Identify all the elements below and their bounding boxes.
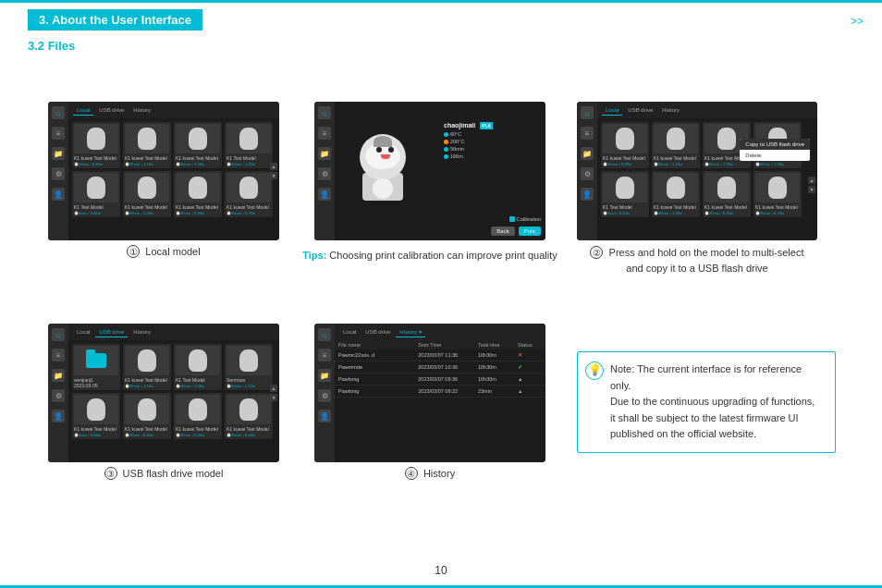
- card-sub: ⌚56min ↕ 1.10m: [125, 384, 169, 388]
- col-totaltime: Total time: [478, 342, 518, 348]
- cell-totaltime: 10h30m: [478, 376, 518, 382]
- file-card[interactable]: K1 kuwei Test Model ⌚56min ↕ 1.20m: [174, 122, 222, 168]
- card-sub: ⌚32min ↕ 0.44m: [125, 433, 169, 437]
- card-sub: ⌚60min ↕ 1.20m: [755, 162, 800, 166]
- card-title: K1 kuwei Test Model: [227, 426, 271, 432]
- file-card[interactable]: K1 kuwei Test Model ⌚25min ↕ 0.44m: [225, 393, 273, 439]
- file-card[interactable]: K1 kuwei Test Model ⌚20min ↕ 0.70m: [225, 171, 273, 217]
- file-card[interactable]: K1 Test Model ⌚60min ↕ 1.20m: [225, 122, 273, 168]
- history-row[interactable]: Pawmc22oos..d 2023/03/07 11:36 10h30m ✕: [335, 349, 545, 361]
- calibration-label: Calibration: [517, 216, 541, 222]
- screenshot-print-preview: ⌂ ≡ 📁 ⚙ 👤: [314, 102, 545, 240]
- history-row[interactable]: Pawlsmg 2023/03/07 09:36 10h30m ▲: [335, 374, 545, 386]
- card-title: Sermoon: [227, 377, 271, 383]
- card-sub: ⌚60min ↕ 1.20m: [227, 162, 271, 166]
- file-card[interactable]: K1 Test Model ⌚5min ↕ 0.40m: [72, 171, 120, 217]
- model-display: [319, 118, 447, 224]
- history-row[interactable]: Pawlsmg 2023/03/07 08:22 23min ▲: [335, 386, 545, 398]
- file-card[interactable]: K1 kuwei Test Model ⌚56min ↕ 1.10m: [652, 122, 700, 168]
- file-card[interactable]: K1 kuwei Test Model ⌚20min ↕ 0.44m: [174, 393, 222, 439]
- checkbox[interactable]: [509, 216, 515, 222]
- section-header: 3. About the User Interface: [28, 9, 202, 31]
- file-icon-4: 📁: [52, 369, 65, 382]
- person-icon-5: 👤: [318, 410, 331, 423]
- tab-local-4[interactable]: Local: [73, 327, 93, 337]
- file-card[interactable]: K1 kuwei Test Model ⌚20min ↕ 1.00m: [123, 171, 171, 217]
- label-usb-model: ③ USB flash drive model: [48, 467, 279, 480]
- plk-badge: PLK: [480, 122, 493, 129]
- card-title: K1 Test Model: [74, 204, 118, 210]
- context-menu[interactable]: Copy to USB flash drive Delete: [740, 139, 810, 161]
- tips-label: Tips:: [302, 250, 329, 261]
- cell-totaltime: 10h30m: [478, 352, 518, 358]
- card-thumbnail: [125, 173, 169, 202]
- col-starttime: Start Time: [418, 342, 478, 348]
- tab-usb-5[interactable]: USB drive: [361, 327, 394, 337]
- tab-local-3[interactable]: Local: [602, 105, 622, 116]
- file-card[interactable]: K1 kuwei Test Model ⌚20min ↕ 0.80m: [703, 171, 751, 217]
- card-sub: ⌚25min ↕ 0.44m: [227, 433, 271, 437]
- label-text-2: Press and hold on the model to multi-sel…: [609, 247, 804, 274]
- file-card[interactable]: K1 kuwei Test Model ⌚50min ↕ 0.80m: [72, 122, 120, 168]
- file-card[interactable]: Sermoon ⌚60min ↕ 1.10m: [225, 344, 273, 390]
- cell-filename: Pawlsmg: [338, 388, 418, 394]
- tab-local-1[interactable]: Local: [73, 105, 93, 116]
- file-card[interactable]: K1 kuwei Test Model ⌚56min ↕ 1.10m: [123, 122, 171, 168]
- scroll-up-3[interactable]: ▲: [808, 177, 815, 184]
- tab-history-4[interactable]: History: [129, 327, 154, 337]
- card-thumbnail: [603, 124, 647, 153]
- file-card[interactable]: K1 kuwei Test Model ⌚32min ↕ 0.44m: [123, 393, 171, 439]
- card-title: K1 kuwei Test Model: [125, 426, 169, 432]
- card-sub: ⌚5min ↕ 0.40m: [74, 211, 118, 215]
- file-card[interactable]: K1 Test Model ⌚60min ↕ 1.00m: [174, 344, 222, 390]
- card-thumbnail: [74, 124, 118, 153]
- tab-usb-1[interactable]: USB drive: [95, 105, 128, 115]
- scroll-up-4[interactable]: ▲: [270, 385, 277, 392]
- card-sub: ⌚20min ↕ 0.70m: [227, 211, 271, 215]
- tabs-1: Local USB drive History: [68, 102, 279, 118]
- scroll-down-3[interactable]: ▼: [808, 186, 815, 193]
- history-row[interactable]: Pawmmde 2023/03/07 10:36 10h30m ✓: [335, 361, 545, 374]
- card-title: K1 kuwei Test Model: [654, 204, 698, 210]
- file-card[interactable]: K1 kuwei Test Model ⌚20min ↕ 0.70m: [753, 171, 802, 217]
- tab-history-5[interactable]: History ▾: [396, 326, 424, 337]
- scroll-arrows-3[interactable]: ▲ ▼: [808, 177, 815, 193]
- tab-usb-4[interactable]: USB drive: [95, 327, 128, 337]
- tab-local-5[interactable]: Local: [339, 327, 360, 337]
- card-thumbnail: [176, 173, 220, 202]
- screenshot-local-model: ⌂ ≡ 📁 ⚙ 👤 Local USB drive History K1 kuw…: [48, 102, 279, 240]
- scroll-arrows-1[interactable]: ▲ ▼: [270, 163, 277, 179]
- tools-icon-5: ⚙: [318, 389, 331, 402]
- card-title: K1 kuwei Test Model: [125, 204, 169, 210]
- file-card[interactable]: K1 kuwei Test Model ⌚50min ↕ 0.80m: [601, 122, 649, 168]
- card-title: K1 kuwei Test Model: [125, 377, 169, 383]
- print-button[interactable]: Print: [519, 227, 541, 236]
- scroll-down-4[interactable]: ▼: [270, 394, 277, 401]
- card-title: K1 kuwei Test Model: [704, 204, 749, 210]
- tab-history-1[interactable]: History: [129, 105, 154, 115]
- label-number-3: ③: [104, 467, 117, 480]
- file-card[interactable]: K1 kuwei Test Model ⌚5min ↕ 0.44m: [72, 393, 120, 439]
- back-button[interactable]: Back: [491, 227, 514, 236]
- tab-usb-3[interactable]: USB drive: [624, 105, 656, 115]
- context-copy[interactable]: Copy to USB flash drive: [740, 139, 810, 150]
- scroll-up[interactable]: ▲: [270, 163, 277, 170]
- card-thumbnail: [704, 173, 749, 202]
- file-card[interactable]: K1 kuwei Test Model ⌚20min ↕ 1.00m: [652, 171, 700, 217]
- note-text: Note: The current interface is for refer…: [610, 363, 815, 439]
- card-sub: ⌚20min ↕ 0.80m: [704, 211, 749, 215]
- calibration-check[interactable]: Calibration: [509, 216, 541, 222]
- file-card[interactable]: K1 kuwei Test Model ⌚56min ↕ 1.10m: [123, 344, 171, 390]
- scroll-arrows-4[interactable]: ▲ ▼: [270, 385, 277, 401]
- tabs-5: Local USB drive History ▾: [335, 324, 545, 340]
- scroll-down[interactable]: ▼: [270, 172, 277, 179]
- context-delete[interactable]: Delete: [740, 150, 810, 161]
- tab-history-3[interactable]: History: [658, 105, 683, 115]
- label-number-4: ④: [405, 467, 418, 480]
- folder-card[interactable]: wenjianj12023-03-05: [72, 344, 120, 390]
- card-thumbnail: [125, 346, 169, 375]
- file-card[interactable]: K1 kuwei Test Model ⌚20min ↕ 0.80m: [174, 171, 222, 217]
- card-thumbnail: [227, 346, 271, 375]
- file-card[interactable]: K1 Test Model ⌚5min ↕ 0.40m: [601, 171, 649, 217]
- card-title: K1 kuwei Test Model: [603, 155, 647, 161]
